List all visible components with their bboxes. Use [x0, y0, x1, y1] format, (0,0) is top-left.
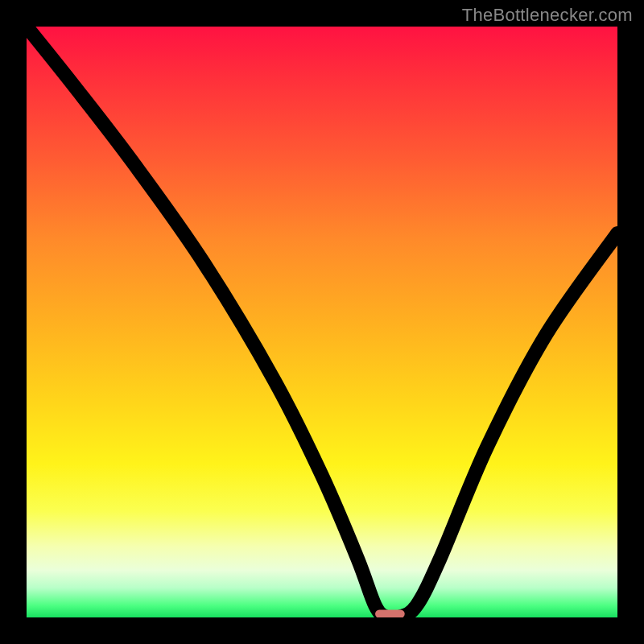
- bottleneck-curve: [27, 27, 617, 617]
- chart-frame: TheBottlenecker.com: [0, 0, 644, 644]
- plot-area: [27, 27, 617, 617]
- source-watermark: TheBottlenecker.com: [462, 5, 633, 26]
- optimal-range-marker: [375, 609, 405, 617]
